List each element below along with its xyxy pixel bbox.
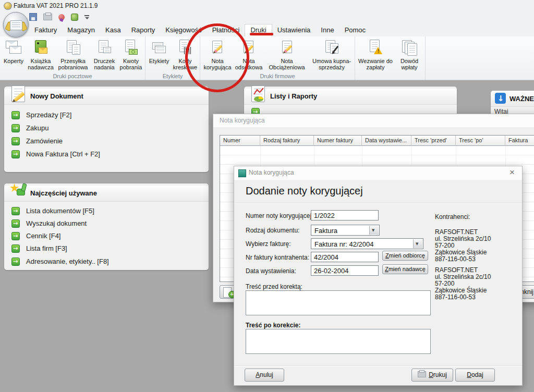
list-arrow-icon	[11, 207, 20, 215]
ribbon-button-etykiety[interactable]: Etykiety	[147, 38, 172, 64]
wybierz-fakture-label: Wybierz fakturę:	[246, 240, 291, 248]
ribbon-group-druki-pocztowe: Koperty Książka nadawcza Przesyłka pobra…	[0, 36, 145, 80]
tab-kasa[interactable]: Kasa	[100, 24, 126, 36]
ribbon-button-przesylka-pobraniowa[interactable]: Przesyłka pobraniowa	[55, 38, 91, 70]
application-chrome: Faktura VAT 2021 PRO 21.1.9 Faktury Maga…	[0, 0, 534, 36]
tab-ustawienia[interactable]: Ustawienia	[272, 24, 316, 36]
document-pen-icon	[322, 39, 341, 57]
ribbon-button-dowod-wplaty[interactable]: Dowód wpłaty	[395, 38, 424, 70]
column-header-numer[interactable]: Numer	[220, 136, 260, 146]
kontrahent-odbiorca-address: RAFSOFT.NET ul. Strzelińska 2c/10 57-200…	[435, 229, 491, 263]
divider	[234, 203, 522, 203]
document-pencil-icon	[277, 39, 296, 57]
tresc-po-textarea[interactable]	[246, 329, 431, 354]
menu-item-wyszukaj-dokument[interactable]: Wyszukaj dokument	[4, 218, 87, 229]
list-arrow-icon	[11, 124, 20, 132]
list-window-title: Nota korygująca	[220, 117, 265, 124]
panel-nowy-dokument: Nowy Dokument Sprzedaży [F2] Zakupu Zamó…	[4, 87, 209, 172]
thumbs-up-star-icon: ★	[10, 181, 30, 201]
kontrahent-nadawca-address: RAFSOFT.NET ul. Strzelińska 2c/10 57-200…	[435, 267, 491, 301]
list-arrow-icon	[11, 258, 20, 266]
dodaj-button[interactable]: Dodaj	[455, 369, 495, 382]
menu-item-zakupu[interactable]: Zakupu	[4, 123, 48, 134]
tresc-przed-textarea[interactable]	[246, 290, 431, 315]
column-header-data-wystawienia[interactable]: Data wystawie...	[362, 136, 411, 146]
column-header-rodzaj-faktury[interactable]: Rodzaj faktury	[260, 136, 314, 146]
data-wystawienia-label: Data wystawienia:	[246, 267, 296, 275]
panel-title: Najczęściej używane	[30, 189, 97, 197]
ribbon-button-kwoty-pobrania[interactable]: Kwoty pobrania	[118, 38, 144, 70]
close-icon[interactable]: ×	[507, 167, 517, 178]
tresc-przed-label: Treść przed korektą:	[246, 283, 302, 290]
numer-noty-label: Numer noty korygującej:	[246, 212, 313, 219]
ribbon-button-ksiazka-nadawcza[interactable]: Książka nadawcza	[26, 38, 55, 70]
orb-calculator	[10, 20, 22, 30]
data-wystawienia-input[interactable]	[311, 265, 379, 276]
menu-item-lista-firm[interactable]: Lista firm [F3]	[4, 243, 67, 254]
menu-item-zamowienie[interactable]: Zamówienie	[4, 136, 63, 147]
menu-item-cennik[interactable]: Cennik [F4]	[4, 230, 60, 242]
dialog-titlebar[interactable]: Nota korygująca ×	[234, 166, 522, 180]
dropdown-icon[interactable]	[369, 226, 379, 235]
list-arrow-icon	[11, 219, 20, 228]
nr-faktury-kontrahenta-input[interactable]	[311, 252, 379, 262]
ribbon-button-druczek-nadania[interactable]: Druczek nadania	[91, 38, 118, 70]
window-title: Faktura VAT 2021 PRO 21.1.9	[14, 2, 98, 9]
wybierz-fakture-select[interactable]: Faktura nr: 42/2004	[311, 238, 423, 249]
list-window-titlebar[interactable]: Nota korygująca	[213, 114, 534, 127]
license-badge-icon[interactable]	[58, 14, 65, 20]
panel-title: Listy i Raporty	[270, 92, 317, 100]
list-arrow-icon	[11, 150, 20, 158]
zmien-nadawce-button[interactable]: Zmień nadawcę	[382, 264, 428, 274]
nr-faktury-kontrahenta-label: Nr faktury kontrahenta:	[246, 254, 309, 261]
column-header-numer-faktury[interactable]: Numer faktury	[314, 136, 362, 146]
anuluj-button[interactable]: Anuluj	[245, 369, 284, 382]
menu-item-adresowanie-etykiety[interactable]: Adresowanie, etykiety.. [F8]	[4, 256, 109, 267]
drukuj-button[interactable]: Drukuj	[411, 369, 453, 382]
ribbon-button-wezwanie-do-zaplaty[interactable]: Wezwanie do zapłaty	[356, 38, 395, 70]
app-menu-button[interactable]	[3, 12, 29, 38]
document-pencil-icon	[10, 84, 30, 104]
annotation-underline-druki	[250, 33, 273, 35]
tab-raporty[interactable]: Raporty	[126, 24, 161, 36]
panel-title: Nowy Dokument	[30, 92, 83, 100]
chart-line-icon	[251, 85, 267, 103]
tab-pomoc[interactable]: Pomoc	[339, 24, 371, 36]
list-arrow-icon	[11, 137, 20, 145]
column-header-tresc-po[interactable]: Tresc 'po'	[456, 136, 505, 146]
list-arrow-icon	[11, 232, 20, 240]
update-icon[interactable]	[71, 14, 78, 21]
menu-item-sprzedazy[interactable]: Sprzedaży [F2]	[4, 109, 71, 121]
column-header-tresc-przed[interactable]: Tresc 'przed'	[411, 136, 456, 146]
customize-toolbar-arrow-icon[interactable]	[84, 15, 90, 20]
dropdown-icon[interactable]	[413, 239, 422, 248]
dialog-window-icon	[238, 169, 246, 177]
zmien-odbiorce-button[interactable]: Zmień odbiorcę	[382, 251, 428, 261]
tresc-po-label: Treść po korekcie:	[246, 322, 300, 329]
menu-item-lista-dokumentow[interactable]: Lista dokumentów [F5]	[4, 205, 94, 217]
document-money-icon	[122, 39, 140, 57]
ribbon-button-nota-obciazeniowa[interactable]: Nota Obciążeniowa	[264, 38, 310, 70]
mailbox-box-icon	[31, 39, 50, 57]
envelopes-icon	[4, 39, 23, 57]
print-icon[interactable]	[43, 14, 52, 20]
documents-stack-icon	[400, 39, 419, 57]
ribbon-button-koperty[interactable]: Koperty	[1, 38, 26, 64]
quick-access-toolbar	[29, 13, 90, 21]
download-icon	[495, 93, 506, 104]
print-icon	[418, 371, 426, 377]
column-header-faktura[interactable]: Faktura	[505, 136, 534, 146]
ribbon-toolbar: Koperty Książka nadawcza Przesyłka pobra…	[0, 36, 534, 80]
app-icon	[4, 2, 12, 10]
ribbon-button-umowa-kupna-sprzedazy[interactable]: Umowa kupna-sprzedaży	[310, 38, 354, 70]
save-icon[interactable]	[29, 13, 37, 21]
menu-item-nowa-faktura[interactable]: Nowa Faktura [Ctrl + F2]	[4, 149, 100, 160]
documents-icon	[64, 39, 82, 57]
chart-report-icon	[250, 84, 270, 104]
rodzaj-dokumentu-select[interactable]: Faktura	[311, 225, 380, 236]
tab-magazyn[interactable]: Magazyn	[62, 24, 100, 36]
dodanie-noty-dialog: Nota korygująca × Dodanie noty korygując…	[234, 166, 523, 386]
tab-faktury[interactable]: Faktury	[29, 24, 62, 36]
numer-noty-input[interactable]	[311, 210, 379, 220]
tab-inne[interactable]: Inne	[315, 24, 339, 36]
